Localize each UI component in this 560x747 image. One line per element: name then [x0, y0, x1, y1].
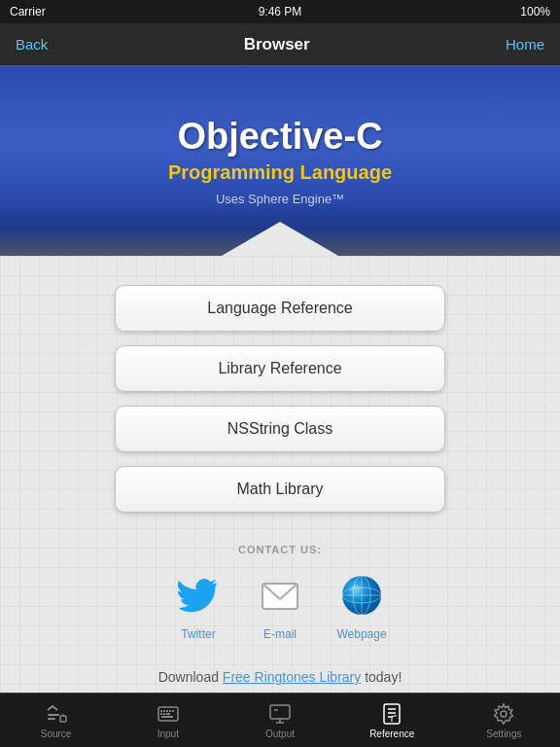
status-bar: Carrier 9:46 PM 100% [0, 0, 560, 23]
svg-rect-13 [163, 710, 165, 712]
language-reference-button[interactable]: Language Reference [115, 285, 445, 332]
library-reference-button[interactable]: Library Reference [115, 345, 445, 392]
globe-icon [338, 572, 385, 619]
twitter-label: Twitter [181, 627, 215, 641]
source-icon [45, 702, 68, 726]
svg-rect-16 [172, 710, 174, 712]
tab-output[interactable]: Output [224, 702, 335, 739]
math-library-button[interactable]: Math Library [115, 466, 445, 513]
svg-rect-12 [160, 710, 162, 712]
tab-input-label: Input [158, 729, 179, 739]
tab-settings[interactable]: Settings [448, 702, 560, 739]
banner-subtitle: Programming Language [168, 161, 392, 184]
tab-source[interactable]: Source [0, 702, 112, 739]
tab-source-label: Source [41, 729, 72, 739]
nav-bar: Back Browser Home [0, 23, 560, 66]
contact-icons: Twitter E-mail [172, 569, 388, 641]
twitter-icon [175, 572, 222, 619]
globe-icon-circle [335, 569, 388, 622]
back-button[interactable]: Back [16, 36, 48, 53]
header-banner: Objective-C Programming Language Uses Sp… [0, 66, 560, 256]
tab-reference-label: Reference [369, 729, 414, 739]
banner-engine: Uses Sphere Engine™ [216, 192, 344, 206]
svg-rect-9 [60, 716, 66, 722]
tab-bar: Source Input Output [0, 693, 560, 747]
email-icon-circle [254, 569, 306, 622]
carrier-text: Carrier [10, 5, 46, 18]
tab-reference[interactable]: Reference [336, 702, 448, 739]
svg-rect-15 [169, 710, 171, 712]
svg-rect-21 [270, 705, 290, 719]
download-link[interactable]: Free Ringtones Library [223, 669, 361, 685]
reference-icon [380, 702, 403, 726]
input-icon [157, 702, 180, 726]
battery-text: 100% [520, 5, 550, 18]
tab-input[interactable]: Input [112, 702, 224, 739]
banner-title: Objective-C [177, 116, 382, 158]
email-label: E-mail [263, 627, 297, 641]
contact-heading: CONTACT US: [238, 544, 322, 555]
svg-rect-7 [48, 718, 55, 720]
tab-output-label: Output [265, 729, 295, 739]
nsstring-class-button[interactable]: NSString Class [115, 406, 445, 452]
svg-rect-19 [166, 713, 170, 715]
tab-settings-label: Settings [486, 729, 521, 739]
main-content: Language Reference Library Reference NSS… [0, 256, 560, 729]
svg-point-6 [351, 585, 361, 594]
webpage-label: Webpage [336, 627, 386, 641]
svg-rect-8 [48, 714, 59, 716]
svg-rect-20 [161, 716, 173, 718]
output-icon [268, 702, 292, 726]
time-text: 9:46 PM [259, 5, 302, 18]
webpage-button[interactable]: Webpage [335, 569, 388, 641]
email-button[interactable]: E-mail [254, 569, 306, 641]
svg-rect-18 [163, 713, 165, 715]
twitter-icon-circle [172, 569, 225, 622]
home-button[interactable]: Home [506, 36, 544, 53]
settings-icon [492, 702, 515, 726]
svg-point-28 [501, 711, 507, 717]
nav-title: Browser [244, 35, 310, 54]
email-icon [257, 572, 303, 619]
svg-rect-17 [160, 713, 162, 715]
contact-section: CONTACT US: Twitter [78, 544, 482, 649]
svg-rect-14 [166, 710, 168, 712]
twitter-button[interactable]: Twitter [172, 569, 225, 641]
